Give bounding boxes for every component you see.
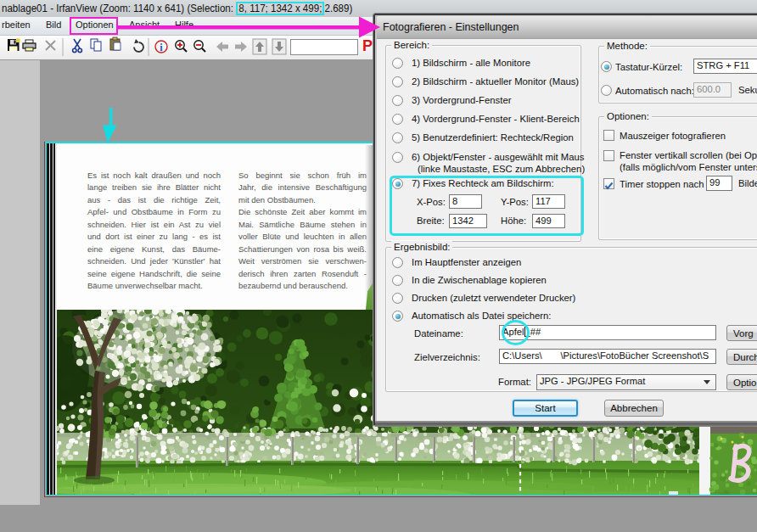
svg-text:i: i — [160, 42, 163, 53]
